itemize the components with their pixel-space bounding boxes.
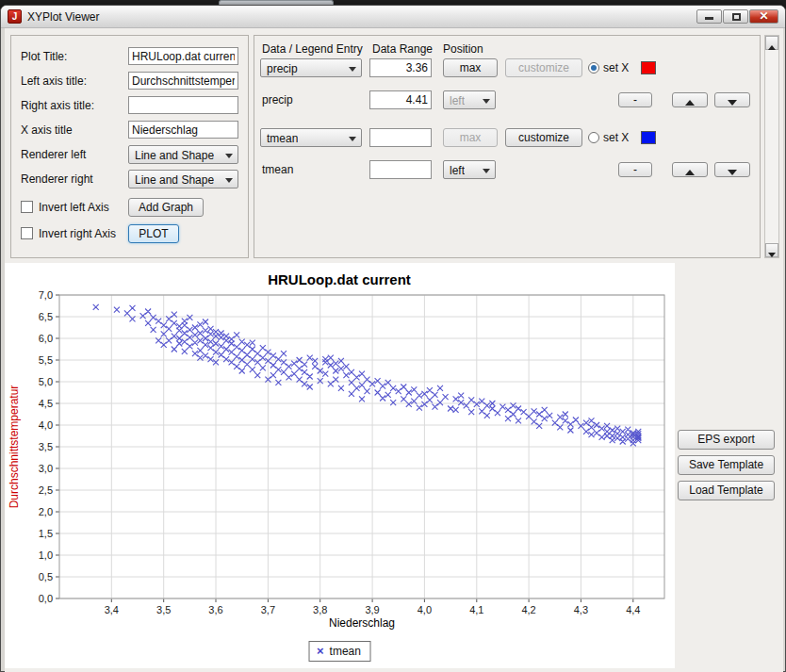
chevron-down-icon [225,154,233,158]
position-combo-precip[interactable]: left [443,90,496,109]
header-position: Position [443,42,483,56]
set-x-radio-tmean[interactable] [588,132,599,143]
series-combo-precip[interactable]: precip [260,58,362,77]
move-down-button-precip[interactable] [714,92,750,107]
app-icon-letter: J [12,11,18,22]
series-scrollbar[interactable] [764,35,779,258]
set-x-radio-precip[interactable] [588,62,599,74]
header-data-range: Data Range [372,42,433,56]
up-arrow-icon [685,100,695,106]
series-combo-tmean[interactable]: tmean [260,128,362,147]
left-axis-title-label: Left axis title: [21,74,87,88]
minimize-button[interactable] [696,9,722,24]
xyplot-viewer-window: J XYPlot Viewer ✕ Plot Title: Left axis … [0,5,786,672]
scroll-down-button[interactable] [765,243,778,257]
series-combo-tmean-value: tmean [267,132,298,145]
customize-button-tmean[interactable]: customize [505,128,582,147]
y-tick-label: 5,0 [39,376,53,387]
down-arrow-icon [728,100,737,106]
max-button-precip[interactable]: max [443,58,498,77]
y-tick-label: 5,5 [39,354,53,366]
chart-area: 3,43,53,63,73,83,94,04,14,24,34,40,00,51… [5,263,675,668]
position-combo-tmean-value: left [450,164,465,177]
scroll-up-button[interactable] [765,36,778,50]
position-combo-precip-value: left [450,94,465,107]
chevron-down-icon [349,137,356,141]
max-button-tmean[interactable]: max [443,128,498,147]
chevron-down-icon [225,178,233,183]
color-swatch-tmean[interactable] [641,131,656,144]
x-tick-label: 3,4 [105,604,119,615]
close-icon: ✕ [750,10,778,23]
invert-right-axis-checkbox[interactable] [21,227,33,239]
renderer-left-combo[interactable]: Line and Shape [128,145,238,164]
up-arrow-icon [685,170,695,175]
series-combo-precip-value: precip [267,62,298,75]
renderer-right-combo[interactable]: Line and Shape [128,170,238,188]
move-down-button-tmean[interactable] [714,162,750,177]
position-combo-tmean[interactable]: left [443,160,496,179]
y-tick-label: 1,0 [39,549,53,561]
x-tick-label: 3,6 [208,604,222,615]
range-max-input-precip[interactable] [369,90,432,109]
x-tick-label: 4,4 [626,604,640,615]
legend-marker-x: × [317,644,324,658]
xy-scatter-plot: 3,43,53,63,73,83,94,04,14,24,34,40,00,51… [5,263,675,668]
y-tick-label: 4,5 [39,398,53,409]
eps-export-button[interactable]: EPS export [678,430,775,450]
set-x-label-precip: set X [603,61,629,74]
chevron-down-icon [349,67,356,72]
move-up-button-tmean[interactable] [672,162,708,177]
maximize-button[interactable] [723,9,748,24]
remove-series-button-precip[interactable]: - [618,92,652,107]
renderer-right-label: Renderer right [21,172,93,186]
y-tick-label: 3,5 [39,441,53,452]
series-name-precip: precip [262,93,293,107]
x-tick-label: 4,2 [521,604,535,615]
invert-left-axis-checkbox[interactable] [21,201,33,213]
chevron-down-icon [483,169,490,173]
chevron-down-icon [483,99,490,104]
x-tick-label: 4,0 [418,604,432,615]
range-max-input-tmean[interactable] [369,160,432,179]
color-swatch-precip[interactable] [641,61,656,74]
y-tick-label: 1,5 [39,528,53,539]
left-axis-title-input[interactable] [128,72,238,90]
move-up-button-precip[interactable] [672,92,708,107]
x-tick-label: 4,3 [574,604,588,615]
y-tick-label: 6,0 [39,333,53,344]
customize-button-precip[interactable]: customize [505,58,582,77]
up-arrow-icon [768,45,776,50]
caption-buttons: ✕ [696,9,778,24]
renderer-left-value: Line and Shape [135,149,214,162]
plot-button[interactable]: PLOT [128,224,179,243]
save-template-button[interactable]: Save Template [678,455,775,475]
y-axis-label: Durchschnittstemperatur [8,385,21,509]
window-title: XYPlot Viewer [27,10,99,24]
add-graph-button[interactable]: Add Graph [128,198,204,217]
right-axis-title-label: Right axis title: [21,99,94,112]
series-row: tmean left - [254,160,760,179]
series-name-tmean: tmean [262,163,293,176]
y-tick-label: 7,0 [39,289,53,301]
x-tick-label: 3,8 [313,604,327,615]
maximize-icon [732,13,741,21]
right-axis-title-input[interactable] [128,96,238,114]
range-min-input-tmean[interactable] [369,128,432,147]
invert-left-axis-label: Invert left Axis [39,201,109,214]
x-tick-label: 4,1 [469,604,483,615]
plot-settings-panel: Plot Title: Left axis title: Right axis … [10,35,249,258]
chart-title: HRULoop.dat current [268,271,411,287]
remove-series-button-tmean[interactable]: - [618,162,652,177]
minimize-icon [705,17,713,20]
renderer-right-value: Line and Shape [135,173,214,187]
close-button[interactable]: ✕ [749,9,778,24]
plot-title-input[interactable] [128,47,238,65]
range-min-input-precip[interactable] [369,58,432,77]
x-axis-title-input[interactable] [128,121,238,139]
x-tick-label: 3,9 [365,604,379,615]
series-row: precip max customize set X [254,58,760,77]
titlebar[interactable]: J XYPlot Viewer ✕ [1,6,785,28]
load-template-button[interactable]: Load Template [678,481,775,500]
app-icon: J [8,9,22,24]
